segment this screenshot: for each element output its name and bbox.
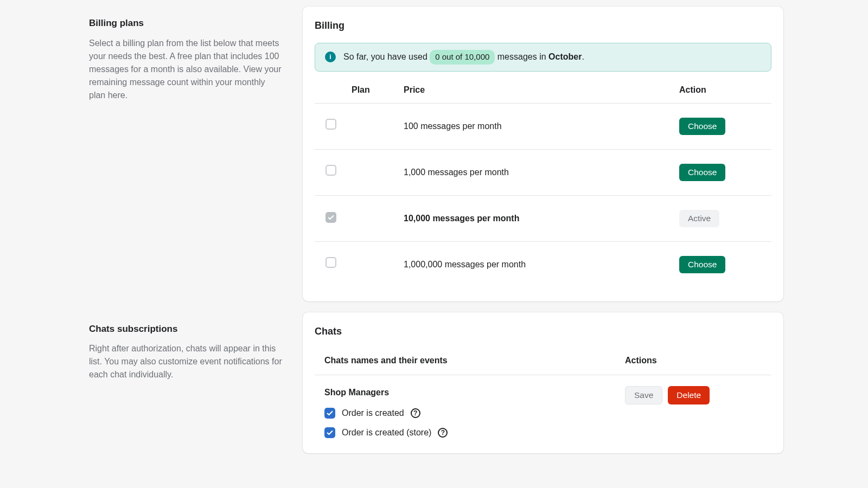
usage-banner: i So far, you have used 0 out of 10,000 …: [315, 43, 771, 72]
col-price: Price: [404, 84, 679, 97]
col-plan: Plan: [352, 84, 404, 97]
plan-row-active: 10,000 messages per month Active: [315, 196, 771, 242]
usage-badge: 0 out of 10,000: [430, 50, 495, 65]
col-chat-actions: Actions: [625, 354, 771, 367]
col-action: Action: [679, 84, 771, 97]
chat-item: Shop Managers Order is created ?: [315, 386, 771, 439]
billing-aside: Billing plans Select a billing plan from…: [89, 7, 282, 301]
plan-row: 100 messages per month Choose: [315, 104, 771, 150]
delete-button[interactable]: Delete: [668, 386, 710, 404]
billing-card: Billing i So far, you have used 0 out of…: [303, 7, 783, 301]
active-button: Active: [679, 210, 719, 227]
choose-button[interactable]: Choose: [679, 118, 725, 135]
check-icon: [326, 429, 334, 436]
choose-button[interactable]: Choose: [679, 256, 725, 273]
choose-button[interactable]: Choose: [679, 164, 725, 181]
check-icon: [326, 409, 334, 417]
event-label: Order is created: [342, 407, 404, 420]
billing-card-title: Billing: [315, 18, 771, 33]
usage-text: So far, you have used 0 out of 10,000 me…: [343, 50, 584, 65]
info-icon: i: [325, 52, 336, 62]
chats-card: Chats Chats names and their events Actio…: [303, 312, 783, 453]
plan-checkbox[interactable]: [326, 257, 336, 268]
chat-name: Shop Managers: [324, 386, 625, 399]
plan-checkbox-checked[interactable]: [326, 212, 336, 223]
event-row: Order is created (store) ?: [324, 426, 625, 439]
billing-aside-desc: Select a billing plan from the list belo…: [89, 37, 282, 102]
event-label: Order is created (store): [342, 426, 431, 439]
event-row: Order is created ?: [324, 407, 625, 420]
chats-aside-title: Chats subscriptions: [89, 322, 282, 336]
billing-aside-title: Billing plans: [89, 16, 282, 30]
chats-card-title: Chats: [315, 324, 771, 339]
plan-checkbox[interactable]: [326, 119, 336, 130]
usage-month: October: [548, 52, 582, 61]
plan-price: 10,000 messages per month: [404, 212, 679, 225]
col-chat-names: Chats names and their events: [324, 354, 625, 367]
plan-price: 1,000,000 messages per month: [404, 258, 679, 271]
plan-row: 1,000 messages per month Choose: [315, 150, 771, 196]
help-icon[interactable]: ?: [411, 408, 420, 418]
plan-row: 1,000,000 messages per month Choose: [315, 242, 771, 287]
plan-price: 1,000 messages per month: [404, 166, 679, 179]
check-icon: [327, 214, 335, 221]
chats-table-header: Chats names and their events Actions: [315, 349, 771, 375]
plan-checkbox[interactable]: [326, 165, 336, 176]
chats-aside: Chats subscriptions Right after authoriz…: [89, 312, 282, 453]
save-button[interactable]: Save: [625, 386, 662, 404]
chats-aside-desc: Right after authorization, chats will ap…: [89, 342, 282, 381]
help-icon[interactable]: ?: [438, 428, 448, 438]
billing-section: Billing plans Select a billing plan from…: [89, 7, 783, 301]
plan-price: 100 messages per month: [404, 120, 679, 133]
chats-section: Chats subscriptions Right after authoriz…: [89, 312, 783, 453]
event-checkbox[interactable]: [324, 427, 335, 438]
billing-table-header: Plan Price Action: [315, 78, 771, 104]
event-checkbox[interactable]: [324, 408, 335, 419]
